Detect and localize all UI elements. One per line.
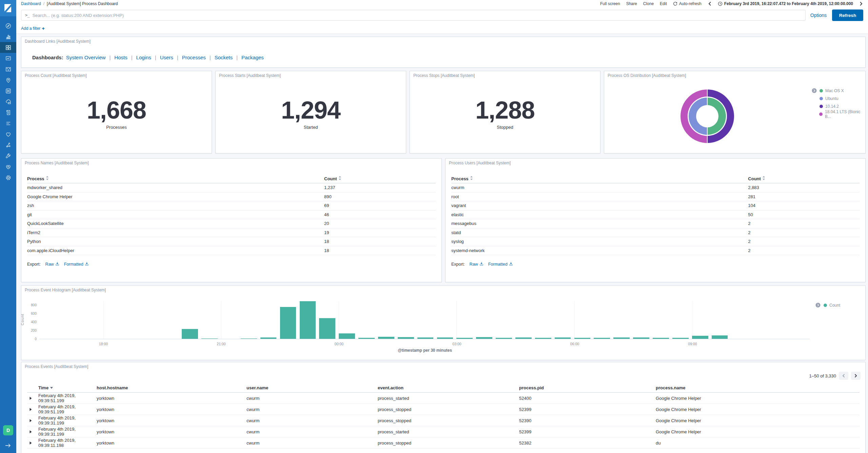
options-link[interactable]: Options — [810, 13, 827, 18]
histogram-bar[interactable] — [417, 337, 434, 339]
histogram-plot-area[interactable]: 0200400600800 — [39, 301, 810, 339]
histogram-bar[interactable] — [437, 337, 453, 339]
kibana-logo-icon[interactable] — [0, 0, 16, 16]
histogram-bar[interactable] — [515, 337, 532, 339]
event-cell-host-hostname: yorktown — [97, 396, 246, 401]
histogram-bar[interactable] — [339, 333, 355, 339]
export-raw-link[interactable]: Raw — [470, 262, 484, 267]
histogram-bar[interactable] — [535, 338, 551, 339]
expand-row-icon[interactable] — [29, 441, 38, 445]
histogram-bar[interactable] — [692, 336, 708, 339]
histogram-bar[interactable] — [260, 337, 277, 339]
histogram-bar[interactable] — [280, 307, 296, 339]
full-screen-button[interactable]: Full screen — [600, 1, 620, 6]
event-cell-user-name: cwurm — [246, 418, 378, 423]
share-button[interactable]: Share — [626, 1, 637, 6]
time-forward-button[interactable] — [859, 1, 863, 6]
sidebar-item-maps[interactable] — [0, 75, 16, 85]
histogram-bar[interactable] — [300, 301, 316, 339]
dashboard-link-logins[interactable]: Logins — [136, 55, 151, 60]
dashboard-link-hosts[interactable]: Hosts — [114, 55, 127, 60]
space-badge[interactable]: D — [3, 425, 13, 435]
column-header-user-name[interactable]: user.name — [246, 385, 378, 390]
sidebar-item-dev-tools[interactable] — [0, 150, 16, 161]
column-header-count[interactable]: Count — [324, 176, 436, 181]
histogram-bar[interactable] — [182, 329, 198, 339]
sidebar-item-infrastructure[interactable] — [0, 96, 16, 107]
histogram-bar[interactable] — [653, 338, 669, 339]
sidebar-item-dashboard[interactable] — [0, 42, 16, 53]
expand-row-icon[interactable] — [29, 396, 38, 400]
legend-item[interactable]: 18.04.1 LTS (Bionic B... — [811, 110, 865, 118]
histogram-bar[interactable] — [201, 338, 218, 339]
event-cell-Time: February 4th 2019, 09:39:51.199 — [38, 404, 97, 414]
histogram-bar[interactable] — [358, 338, 375, 339]
histogram-bar[interactable] — [456, 338, 473, 339]
histogram-bar[interactable] — [496, 338, 512, 339]
auto-refresh-button[interactable]: Auto-refresh — [673, 1, 702, 6]
column-header-process[interactable]: Process — [451, 176, 748, 181]
histogram-bar[interactable] — [319, 318, 335, 339]
sidebar-item-monitoring[interactable] — [0, 161, 16, 172]
export-formatted-link[interactable]: Formatted — [488, 262, 513, 267]
histogram-bar[interactable] — [555, 337, 571, 339]
histogram-bar[interactable] — [476, 337, 492, 339]
histogram-bar[interactable] — [241, 338, 257, 339]
sidebar-item-canvas[interactable] — [0, 64, 16, 75]
time-range-picker[interactable]: February 3rd 2019, 16:22:07.472 to Febru… — [718, 1, 853, 6]
sidebar-item-timelion[interactable] — [0, 53, 16, 64]
dashboard-link-processes[interactable]: Processes — [182, 55, 206, 60]
histogram-bar[interactable] — [633, 337, 649, 339]
canvas-icon — [5, 66, 12, 73]
dashboard-link-sockets[interactable]: Sockets — [215, 55, 233, 60]
add-filter-link[interactable]: Add a filter + — [21, 26, 45, 31]
histogram-bar[interactable] — [712, 335, 728, 339]
refresh-button[interactable]: Refresh — [832, 9, 863, 21]
column-header-event-action[interactable]: event.action — [378, 385, 519, 390]
sidebar-item-logs[interactable] — [0, 107, 16, 118]
legend-toggle-icon[interactable] — [812, 88, 817, 93]
histogram-bar[interactable] — [378, 337, 394, 339]
clone-button[interactable]: Clone — [643, 1, 654, 6]
os-donut-chart[interactable] — [680, 89, 734, 143]
column-header-process[interactable]: Process — [27, 176, 324, 181]
dashboard-link-users[interactable]: Users — [160, 55, 173, 60]
column-header-process-pid[interactable]: process.pid — [519, 385, 656, 390]
expand-row-icon[interactable] — [29, 430, 38, 434]
column-header-count[interactable]: Count — [748, 176, 860, 181]
sidebar-expand-icon[interactable] — [5, 443, 12, 450]
legend-item[interactable]: Ubuntu — [811, 95, 865, 102]
sidebar-item-management[interactable] — [0, 172, 16, 183]
sidebar-item-graph[interactable] — [0, 140, 16, 150]
export-formatted-link[interactable]: Formatted — [64, 262, 89, 267]
histogram-bar[interactable] — [398, 337, 414, 339]
edit-button[interactable]: Edit — [660, 1, 667, 6]
histogram-bar[interactable] — [574, 338, 591, 339]
search-input[interactable] — [32, 13, 801, 18]
count-cell: 2 — [748, 230, 860, 235]
sidebar-item-apm[interactable] — [0, 118, 16, 129]
column-header-host-hostname[interactable]: host.hostname — [97, 385, 246, 390]
legend-item[interactable]: Mac OS X — [811, 87, 865, 95]
legend-toggle-icon[interactable] — [815, 303, 821, 308]
dashboard-link-system-overview[interactable]: System Overview — [66, 55, 106, 60]
sidebar-item-machine-learning[interactable] — [0, 85, 16, 96]
column-header-process-name[interactable]: process.name — [656, 385, 860, 390]
breadcrumb-dashboard-link[interactable]: Dashboard — [21, 1, 41, 6]
sidebar-item-visualize[interactable] — [0, 31, 16, 42]
sidebar-item-uptime[interactable] — [0, 129, 16, 140]
pagination: 1–50 of 3,330 — [809, 372, 861, 380]
column-header-Time[interactable]: Time — [38, 385, 97, 390]
histogram-bar[interactable] — [672, 338, 689, 339]
dashboard-link-packages[interactable]: Packages — [241, 55, 264, 60]
expand-row-icon[interactable] — [29, 419, 38, 423]
sidebar-item-discover[interactable] — [0, 20, 16, 31]
expand-row-icon[interactable] — [29, 408, 38, 411]
histogram-bar[interactable] — [594, 338, 610, 339]
histogram-bar[interactable] — [613, 337, 630, 339]
export-raw-link[interactable]: Raw — [45, 262, 59, 267]
time-back-button[interactable] — [708, 1, 712, 6]
prev-page-button[interactable] — [839, 372, 848, 380]
legend-item[interactable]: Count — [815, 301, 840, 309]
next-page-button[interactable] — [851, 372, 861, 380]
